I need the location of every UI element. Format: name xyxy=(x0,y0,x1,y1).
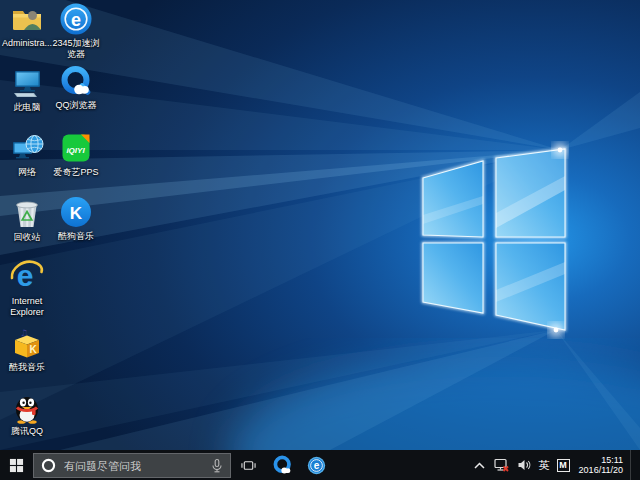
user-folder-icon xyxy=(9,0,45,36)
cortana-icon xyxy=(41,458,56,473)
desktop-icon-iqiyi-pps[interactable]: iQIYI 爱奇艺PPS xyxy=(49,129,103,178)
system-tray: 英 M 15:11 2016/11/20 xyxy=(473,450,640,480)
icon-label: 腾讯QQ xyxy=(11,426,43,437)
desktop-icon-tencent-qq[interactable]: 腾讯QQ xyxy=(0,388,54,437)
internet-explorer-icon: e xyxy=(9,258,45,294)
kugou-music-icon: K xyxy=(58,193,94,229)
icon-label: 爱奇艺PPS xyxy=(53,167,98,178)
this-pc-icon xyxy=(9,64,45,100)
task-view-icon xyxy=(240,458,257,473)
svg-text:iQIYI: iQIYI xyxy=(66,146,85,155)
start-button[interactable] xyxy=(0,450,33,480)
taskbar-clock[interactable]: 15:11 2016/11/20 xyxy=(579,455,623,476)
desktop-icon-user-folder[interactable]: Administra... xyxy=(0,0,54,49)
tencent-qq-icon xyxy=(9,388,45,424)
clock-date: 2016/11/20 xyxy=(579,465,623,476)
icon-label: 网络 xyxy=(18,167,36,178)
icon-label: 2345加速浏览器 xyxy=(49,38,103,60)
qq-browser-icon xyxy=(58,62,94,98)
desktop-icon-qq-browser[interactable]: QQ浏览器 xyxy=(49,62,103,111)
icon-label: Internet Explorer xyxy=(0,296,54,318)
icon-label: 回收站 xyxy=(14,232,41,243)
show-desktop-button[interactable] xyxy=(630,450,635,480)
desktop-icon-kuwo-music[interactable]: ♫ K 酷我音乐 xyxy=(0,324,54,373)
desktop-icon-network[interactable]: 网络 xyxy=(0,129,54,178)
svg-text:e: e xyxy=(313,460,319,471)
desktop-icon-2345-browser[interactable]: e 2345加速浏览器 xyxy=(49,0,103,60)
2345-browser-icon: e xyxy=(58,0,94,36)
icon-label: 此电脑 xyxy=(14,102,41,113)
task-view-button[interactable] xyxy=(231,450,265,480)
svg-text:K: K xyxy=(70,204,83,223)
search-input[interactable] xyxy=(62,454,206,479)
taskbar-qq-browser-button[interactable] xyxy=(265,450,299,480)
iqiyi-pps-icon: iQIYI xyxy=(58,129,94,165)
network-status-icon[interactable] xyxy=(493,457,510,473)
svg-text:K: K xyxy=(29,344,37,355)
windows-logo-icon xyxy=(9,458,24,473)
icon-label: QQ浏览器 xyxy=(55,100,96,111)
volume-icon[interactable] xyxy=(517,458,532,472)
svg-text:e: e xyxy=(71,10,81,30)
taskbar: e 英 M 15:11 2016/11/20 xyxy=(0,450,640,480)
icon-label: 酷狗音乐 xyxy=(58,231,94,242)
desktop-icon-recycle-bin[interactable]: 回收站 xyxy=(0,194,54,243)
desktop-icon-this-pc[interactable]: 此电脑 xyxy=(0,64,54,113)
desktop-icon-kugou-music[interactable]: K 酷狗音乐 xyxy=(49,193,103,242)
taskbar-search[interactable] xyxy=(33,453,231,478)
taskbar-2345-browser-button[interactable]: e xyxy=(299,450,333,480)
2345-browser-icon: e xyxy=(307,456,326,475)
clock-time: 15:11 xyxy=(579,455,623,466)
qq-browser-icon xyxy=(272,455,293,476)
ime-badge[interactable]: M xyxy=(557,459,570,472)
kuwo-music-icon: ♫ K xyxy=(9,324,45,360)
network-icon xyxy=(9,129,45,165)
microphone-icon[interactable] xyxy=(210,458,224,474)
desktop-icon-internet-explorer[interactable]: e Internet Explorer xyxy=(0,258,54,318)
icon-label: Administra... xyxy=(2,38,52,49)
language-indicator[interactable]: 英 xyxy=(539,460,550,471)
hidden-icons-chevron[interactable] xyxy=(473,460,486,471)
icon-label: 酷我音乐 xyxy=(9,362,45,373)
recycle-bin-icon xyxy=(9,194,45,230)
desktop: Administra... e 2345加速浏览器 xyxy=(0,0,640,450)
